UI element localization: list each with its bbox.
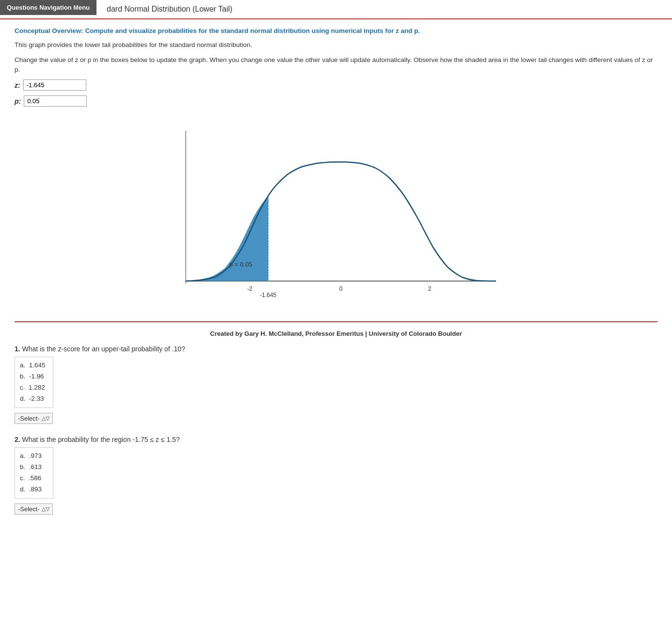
question-2-select-label: -Select-: [18, 505, 40, 513]
question-1-number: 1.: [15, 345, 20, 353]
x-label-neg2: -2: [247, 285, 253, 292]
q2-option-c: c. .586: [20, 473, 48, 484]
x-label-neg1645: -1.645: [260, 292, 276, 298]
p-label: p:: [15, 97, 21, 105]
chevron-down-icon: △▽: [42, 415, 49, 422]
question-2-options: a. .973 b. .613 c. .586 d. .893: [15, 447, 53, 499]
page-title: dard Normal Distribution (Lower Tail): [107, 5, 232, 13]
conceptual-overview-heading: Conceptual Overview: Compute and visuali…: [15, 27, 657, 34]
p-input-row: p:: [15, 95, 657, 107]
p-annotation: p = 0.05: [229, 261, 252, 268]
main-content: Conceptual Overview: Compute and visuali…: [0, 19, 672, 540]
question-1-select[interactable]: -Select- △▽: [15, 413, 53, 424]
q1-option-c: c. 1.282: [20, 382, 48, 393]
z-input[interactable]: [23, 79, 86, 91]
question-2-select[interactable]: -Select- △▽: [15, 503, 53, 515]
attribution: Created by Gary H. McClelland, Professor…: [15, 330, 657, 337]
page-title-bar: dard Normal Distribution (Lower Tail): [0, 0, 672, 19]
q2-option-d: d. .893: [20, 484, 48, 495]
question-1-body: What is the z-score for an upper-tail pr…: [22, 345, 185, 353]
questions-section: Created by Gary H. McClelland, Professor…: [15, 321, 657, 515]
q2-option-a: a. .973: [20, 451, 48, 462]
description-2: Change the value of z or p in the boxes …: [15, 55, 657, 75]
q2-option-b: b. .613: [20, 462, 48, 473]
question-2-block: 2. What is the probability for the regio…: [15, 436, 657, 515]
x-label-2: 2: [428, 285, 432, 292]
z-input-row: z:: [15, 79, 657, 91]
question-1-text: 1. What is the z-score for an upper-tail…: [15, 345, 657, 353]
question-1-block: 1. What is the z-score for an upper-tail…: [15, 345, 657, 424]
question-2-text: 2. What is the probability for the regio…: [15, 436, 657, 443]
nav-menu-button[interactable]: Questions Navigation Menu: [0, 0, 96, 15]
q1-option-b: b. -1.96: [20, 371, 48, 382]
question-1-select-label: -Select-: [18, 415, 40, 422]
p-input[interactable]: [24, 95, 87, 107]
q1-option-d: d. -2.33: [20, 393, 48, 405]
question-2-number: 2.: [15, 436, 20, 443]
question-2-body: What is the probability for the region -…: [22, 436, 180, 443]
question-1-options: a. 1.645 b. -1.96 c. 1.282 d. -2.33: [15, 357, 53, 408]
chart-container: p = 0.05 -2 -1.645 0 2: [166, 116, 506, 312]
z-label: z:: [15, 81, 20, 89]
normal-distribution-chart: p = 0.05 -2 -1.645 0 2: [166, 116, 506, 310]
description-1: This graph provides the lower tail proba…: [15, 40, 657, 50]
q1-option-a: a. 1.645: [20, 360, 48, 371]
chevron-down-icon-2: △▽: [42, 506, 49, 512]
x-label-0: 0: [339, 285, 343, 292]
